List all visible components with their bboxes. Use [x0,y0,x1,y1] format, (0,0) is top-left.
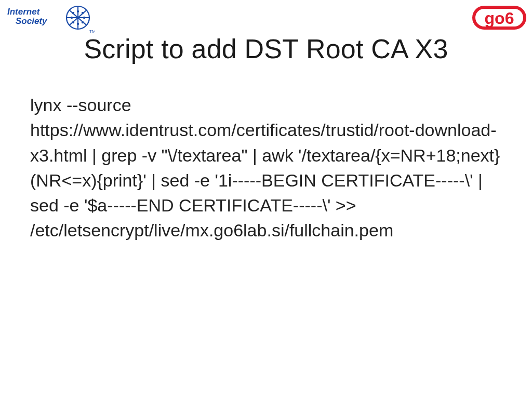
svg-point-13 [72,21,74,23]
svg-point-7 [77,17,79,19]
svg-text:go6: go6 [485,9,514,28]
svg-point-15 [82,21,84,23]
svg-text:Society: Society [16,16,48,26]
slide-title: Script to add DST Root CA X3 [0,33,532,64]
svg-point-14 [72,12,74,14]
go6-logo: go6 [471,3,528,32]
slide-body-text: lynx --source https://www.identrust.com/… [30,92,506,243]
svg-point-11 [77,23,79,25]
svg-point-10 [77,10,79,12]
svg-point-8 [83,17,85,19]
svg-point-9 [71,17,73,19]
svg-point-12 [82,12,84,14]
internet-society-logo: Internet Society TM [6,4,95,36]
svg-text:Internet: Internet [7,7,41,17]
slide: Internet Society TM [0,0,532,399]
